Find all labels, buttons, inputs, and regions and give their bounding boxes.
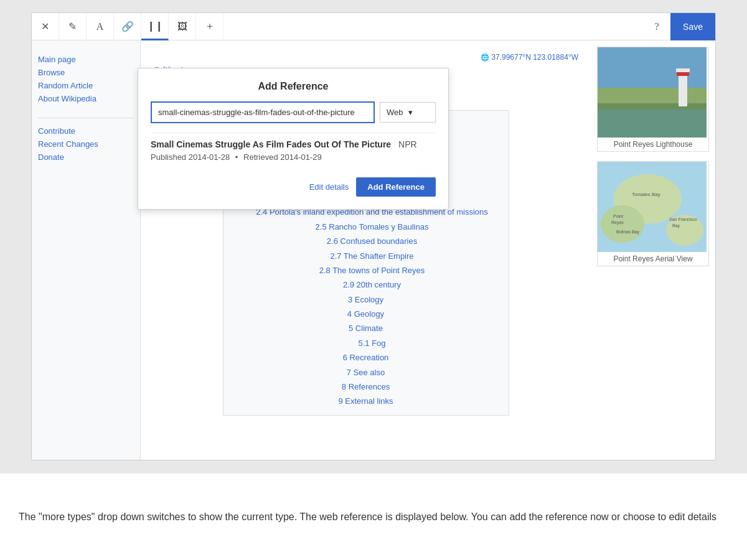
type-label: Web (387, 108, 403, 117)
chevron-down-icon: ▾ (408, 108, 413, 117)
text-icon[interactable]: A (87, 13, 114, 40)
dialog-title: Add Reference (151, 81, 436, 92)
url-input[interactable] (151, 101, 375, 123)
help-button[interactable]: ? (643, 13, 670, 40)
pencil-icon[interactable]: ✎ (59, 13, 87, 40)
image-icon[interactable]: 🖼 (169, 13, 196, 40)
result-meta: Published 2014-01-28 • Retrieved 2014-01… (151, 152, 436, 162)
add-reference-button[interactable]: Add Reference (356, 177, 436, 197)
bookmark-icon[interactable]: ❙❙ (141, 13, 169, 40)
link-icon[interactable]: 🔗 (114, 13, 141, 40)
type-select[interactable]: Web ▾ (380, 102, 436, 123)
editor-toolbar: ✕ ✎ A 🔗 ❙❙ 🖼 ＋ ? Save (32, 13, 715, 40)
caption-area: The "more types" drop down switches to s… (0, 473, 747, 560)
edit-details-link[interactable]: Edit details (309, 182, 349, 192)
dialog-input-row: Web ▾ (151, 101, 436, 123)
result-title: Small Cinemas Struggle As Film Fades Out… (151, 139, 436, 149)
close-icon[interactable]: ✕ (32, 13, 59, 40)
save-button[interactable]: Save (670, 13, 715, 40)
dialog-overlay: Add Reference Web ▾ Small Cinemas Strugg… (32, 40, 715, 460)
result-source: NPR (398, 139, 417, 149)
plus-icon[interactable]: ＋ (196, 13, 223, 40)
add-reference-dialog: Add Reference Web ▾ Small Cinemas Strugg… (138, 68, 449, 210)
reference-result: Small Cinemas Struggle As Film Fades Out… (151, 133, 436, 168)
dialog-actions: Edit details Add Reference (151, 177, 436, 197)
caption-text: The "more types" drop down switches to s… (19, 510, 716, 525)
